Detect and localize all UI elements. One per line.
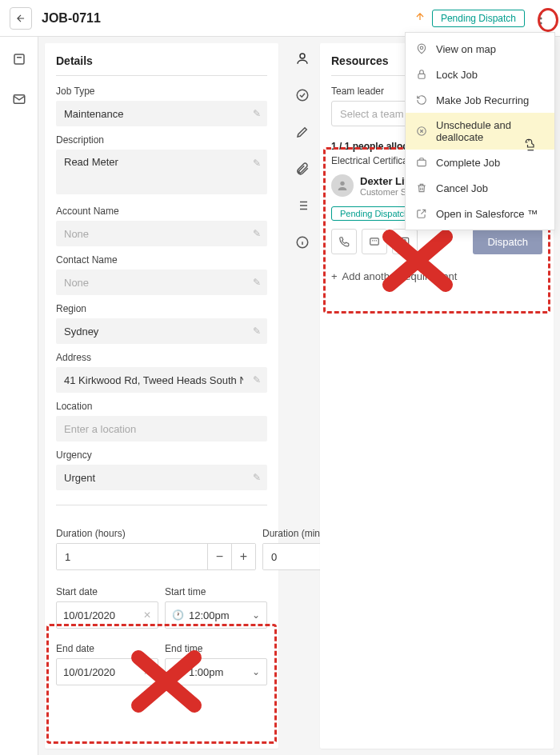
briefcase-icon [415,156,428,169]
avatar [331,174,354,197]
attachment-rail-icon[interactable] [294,160,311,178]
chevron-down-icon: ⌄ [252,609,260,621]
close-circle-icon [415,125,428,138]
menu-item-view-map[interactable]: View on map [406,36,554,62]
duration-hours-minus[interactable]: − [207,544,231,569]
menu-label: Open in Salesforce ™ [436,208,538,220]
menu-item-unschedule[interactable]: Unschedule and deallocate [406,113,554,150]
svg-rect-4 [418,74,425,78]
left-rail [0,37,38,755]
check-rail-icon[interactable] [294,86,311,104]
status-badge: Pending Dispatch [432,10,525,27]
annotation-x-icon [126,641,206,721]
upload-icon[interactable] [414,11,426,26]
start-time-label: Start time [165,586,267,597]
mail-rail-icon[interactable] [11,91,27,107]
page-title: JOB-0711 [42,11,101,26]
more-menu-dropdown: View on map Lock Job Make Job Recurring … [405,32,555,230]
duration-hours-label: Duration (hours) [56,528,256,539]
menu-item-salesforce[interactable]: Open in Salesforce ™ [406,201,554,226]
plus-icon: + [331,270,338,282]
lock-icon [415,68,428,81]
details-panel: Details Job Type ✎ Description ✎ Account… [45,43,278,749]
account-label: Account Name [56,206,267,217]
start-time-input[interactable] [189,609,252,621]
person-rail-icon[interactable] [294,50,311,67]
menu-item-lock[interactable]: Lock Job [406,62,554,87]
start-time-field[interactable]: 🕐 ⌄ [165,601,267,629]
divider [56,505,267,505]
details-title: Details [56,54,267,76]
svg-point-12 [340,182,344,186]
list-rail-icon[interactable] [294,197,311,214]
start-date-label: Start date [56,586,158,597]
duration-hours-input[interactable] [57,544,207,569]
more-menu-button[interactable] [531,9,550,28]
svg-point-9 [300,54,305,58]
edit-rail-icon[interactable] [294,123,311,141]
address-label: Address [56,352,267,363]
urgency-label: Urgency [56,449,267,461]
description-input[interactable] [56,150,267,194]
dispatch-button[interactable]: Dispatch [473,229,542,254]
job-type-label: Job Type [56,86,267,97]
menu-label: View on map [436,43,496,55]
duration-hours-stepper[interactable]: − + [56,543,256,570]
info-rail-icon[interactable] [294,234,311,251]
clock-icon: 🕐 [172,609,184,621]
svg-point-2 [539,22,542,24]
arrow-left-icon [15,13,26,24]
contact-input[interactable] [56,270,267,295]
region-input[interactable] [56,318,267,344]
address-input[interactable] [56,367,267,393]
svg-rect-6 [418,160,426,166]
svg-point-3 [420,46,423,50]
location-label: Location [56,401,267,412]
description-label: Description [56,134,267,146]
call-button[interactable] [331,229,357,254]
start-date-field[interactable]: ✕ [56,601,158,629]
resources-rail [285,37,320,755]
svg-point-1 [539,17,542,19]
close-icon[interactable]: ✕ [143,609,151,621]
details-rail-icon[interactable] [11,51,27,67]
back-button[interactable] [10,7,32,30]
menu-item-cancel[interactable]: Cancel Job [406,175,554,201]
chevron-down-icon: ⌄ [252,666,260,677]
history-icon [415,94,428,106]
location-input[interactable] [56,416,267,441]
svg-rect-7 [14,54,24,64]
region-label: Region [56,303,267,314]
menu-label: Make Job Recurring [436,94,529,106]
svg-point-0 [539,12,542,14]
annotation-x-icon [378,221,458,301]
svg-point-10 [297,90,308,101]
urgency-input[interactable] [56,465,267,490]
external-link-icon [415,207,428,220]
menu-label: Cancel Job [436,182,488,194]
menu-label: Lock Job [436,69,478,81]
menu-item-complete[interactable]: Complete Job [406,150,554,175]
trash-icon [415,182,428,194]
start-date-input[interactable] [63,609,143,621]
account-input[interactable] [56,221,267,246]
contact-label: Contact Name [56,254,267,266]
menu-item-recurring[interactable]: Make Job Recurring [406,87,554,113]
pin-icon [415,42,428,55]
job-type-input[interactable] [56,101,267,126]
menu-label: Complete Job [436,157,500,169]
duration-hours-plus[interactable]: + [231,544,255,569]
